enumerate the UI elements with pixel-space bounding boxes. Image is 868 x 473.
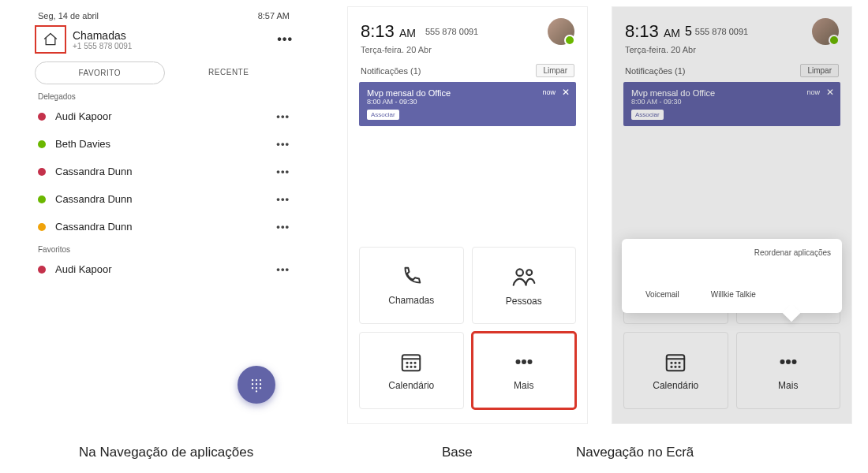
contact-row[interactable]: Cassandra Dunn••• — [24, 213, 304, 240]
reorder-apps-link[interactable]: Reordenar aplicações — [633, 248, 831, 257]
contact-name: Audi Kapoor — [55, 110, 112, 122]
contact-name: Cassandra Dunn — [55, 166, 133, 177]
contact-overflow-icon[interactable]: ••• — [276, 263, 290, 275]
walkie-talkie-icon — [723, 265, 743, 285]
voicemail-icon — [652, 265, 672, 285]
date-string: Terça-feira. 20 Abr — [348, 45, 587, 64]
section-favorites: Favoritos — [24, 240, 304, 255]
status-date: Seg, 14 de abril — [38, 11, 99, 20]
contact-overflow-icon[interactable]: ••• — [276, 193, 290, 205]
notification-badge: now — [806, 88, 820, 96]
clock: 8:13 AM — [361, 21, 416, 42]
home-panel: 8:13 AM 555 878 0091 Terça-feira. 20 Abr… — [347, 6, 588, 424]
tile-calendar[interactable]: Calendário — [359, 332, 464, 409]
join-button[interactable]: Associar — [631, 110, 664, 120]
contact-overflow-icon[interactable]: ••• — [276, 166, 290, 177]
tile-more[interactable]: Mais — [472, 332, 577, 409]
presence-dot — [38, 266, 46, 274]
notification-badge: now — [542, 88, 556, 96]
presence-dot — [38, 140, 46, 148]
svg-point-26 — [675, 363, 676, 363]
tile-more[interactable]: Mais — [736, 332, 841, 409]
contact-overflow-icon[interactable]: ••• — [276, 221, 290, 233]
clear-button[interactable]: Limpar — [536, 64, 574, 77]
page-title: Chamadas — [73, 29, 253, 42]
notifications-header: Notificações (1) Limpar — [348, 64, 587, 77]
tile-label: Mais — [778, 380, 798, 391]
phone-number: 555 878 0091 — [695, 27, 748, 36]
svg-point-13 — [407, 363, 408, 363]
svg-point-6 — [253, 388, 253, 389]
app-label: Voicemail — [645, 290, 679, 299]
contact-overflow-icon[interactable]: ••• — [276, 110, 290, 122]
clock-row: 8:13 AM 5 555 878 0091 — [612, 7, 851, 45]
tile-label: Pessoas — [506, 296, 542, 307]
tile-label: Calendário — [653, 380, 698, 391]
contact-row[interactable]: Audi Kapoor••• — [24, 102, 304, 130]
notification-card[interactable]: Mvp mensal do Office 8:00 AM - 09:30 now… — [359, 82, 576, 126]
make-call-icon[interactable] — [253, 32, 269, 47]
status-time: 8:57 AM — [258, 11, 290, 20]
svg-point-11 — [526, 270, 532, 275]
presence-dot — [38, 168, 46, 176]
section-delegates: Delegados — [24, 88, 304, 102]
avatar[interactable] — [812, 18, 839, 45]
panel-header: Chamadas +1 555 878 0091 ••• — [24, 22, 304, 60]
contact-name: Audi Kapoor — [55, 263, 112, 275]
page-subtitle: +1 555 878 0091 — [73, 42, 253, 50]
app-voicemail[interactable]: Voicemail — [645, 265, 679, 299]
join-button[interactable]: Associar — [367, 110, 399, 120]
svg-point-9 — [256, 391, 257, 392]
svg-point-31 — [780, 360, 784, 363]
phone-number: 555 878 0091 — [425, 27, 478, 36]
dismiss-icon[interactable]: ✕ — [826, 87, 834, 98]
clear-button[interactable]: Limpar — [800, 64, 839, 77]
calendar-icon — [399, 350, 423, 374]
presence-dot — [38, 223, 46, 231]
svg-point-14 — [411, 363, 412, 363]
tab-favorites[interactable]: FAVORITO — [35, 61, 165, 84]
tile-label: Calendário — [388, 380, 434, 391]
tile-label: Mais — [514, 380, 533, 391]
tab-recent[interactable]: RECENTE — [165, 61, 294, 84]
contact-overflow-icon[interactable]: ••• — [276, 138, 290, 150]
contact-name: Cassandra Dunn — [55, 193, 133, 205]
contact-row[interactable]: Cassandra Dunn••• — [24, 158, 304, 185]
contact-row[interactable]: Audi Kapoor••• — [24, 255, 304, 283]
presence-dot — [38, 196, 46, 203]
svg-point-25 — [672, 363, 672, 363]
tile-people[interactable]: Pessoas — [472, 247, 577, 324]
tile-calls[interactable]: Chamadas — [359, 247, 464, 324]
svg-point-30 — [679, 367, 680, 367]
svg-rect-37 — [730, 269, 737, 281]
tile-label: Chamadas — [388, 295, 434, 306]
svg-point-21 — [528, 360, 531, 363]
notification-time: 8:00 AM - 09:30 — [631, 98, 832, 106]
badge-count: 5 — [685, 24, 692, 39]
overflow-icon[interactable]: ••• — [277, 32, 293, 47]
svg-point-3 — [253, 384, 253, 385]
svg-point-15 — [415, 363, 416, 363]
svg-point-8 — [260, 388, 261, 389]
notification-title: Mvp mensal do Office — [367, 88, 568, 98]
dismiss-icon[interactable]: ✕ — [562, 87, 570, 98]
svg-point-32 — [787, 360, 790, 363]
home-icon — [43, 32, 58, 47]
contact-row[interactable]: Beth Davies••• — [24, 130, 304, 158]
svg-point-18 — [415, 367, 416, 367]
dialpad-button[interactable] — [238, 366, 275, 404]
avatar[interactable] — [548, 18, 574, 45]
title-block: Chamadas +1 555 878 0091 — [73, 29, 253, 50]
notification-title: Mvp mensal do Office — [631, 88, 832, 98]
app-walkie-talkie[interactable]: Willkie Talkie — [711, 265, 756, 299]
contact-row[interactable]: Cassandra Dunn••• — [24, 185, 304, 213]
clock-row: 8:13 AM 555 878 0091 — [348, 7, 587, 45]
svg-rect-34 — [655, 271, 671, 280]
svg-point-29 — [675, 367, 676, 367]
tile-calendar[interactable]: Calendário — [623, 332, 728, 409]
contact-name: Cassandra Dunn — [55, 221, 133, 233]
calendar-icon — [664, 350, 687, 374]
notification-card[interactable]: Mvp mensal do Office 8:00 AM - 09:30 now… — [623, 82, 840, 126]
home-button[interactable] — [35, 25, 66, 54]
svg-point-36 — [664, 274, 668, 277]
